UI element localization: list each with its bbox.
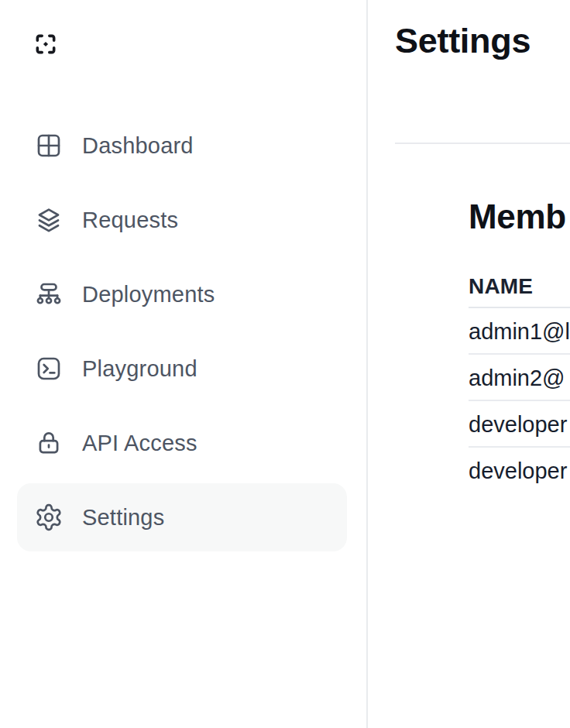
sidebar-item-label: Playground bbox=[82, 356, 197, 382]
header-divider bbox=[395, 143, 570, 144]
sidebar-item-label: API Access bbox=[82, 431, 197, 456]
sidebar-item-label: Dashboard bbox=[82, 133, 194, 159]
sidebar-item-deployments[interactable]: Deployments bbox=[17, 260, 347, 328]
table-row: admin1@l bbox=[469, 308, 570, 355]
sidebar: Dashboard Requests bbox=[0, 0, 368, 728]
sidebar-item-dashboard[interactable]: Dashboard bbox=[17, 112, 347, 180]
sidebar-item-playground[interactable]: Playground bbox=[17, 335, 347, 403]
app-logo[interactable] bbox=[33, 32, 58, 57]
sidebar-nav: Dashboard Requests bbox=[17, 112, 347, 551]
dashboard-grid-icon bbox=[34, 131, 64, 160]
sidebar-item-settings[interactable]: Settings bbox=[17, 483, 347, 551]
sidebar-item-label: Requests bbox=[82, 208, 178, 233]
sidebar-item-requests[interactable]: Requests bbox=[17, 186, 347, 254]
sidebar-item-api-access[interactable]: API Access bbox=[17, 409, 347, 477]
main-content: Settings Memb NAME admin1@l admin2@ deve… bbox=[369, 0, 570, 728]
members-heading: Memb bbox=[469, 200, 566, 234]
table-row: developer bbox=[469, 401, 570, 448]
sidebar-item-label: Settings bbox=[82, 505, 164, 531]
members-table: NAME admin1@l admin2@ developer develope… bbox=[469, 274, 570, 494]
lock-icon bbox=[34, 428, 64, 458]
tree-structure-icon bbox=[34, 280, 64, 309]
gear-icon bbox=[34, 503, 64, 532]
table-column-header-name: NAME bbox=[469, 274, 570, 308]
page-title: Settings bbox=[395, 23, 531, 58]
sidebar-item-label: Deployments bbox=[82, 282, 215, 307]
scan-logo-icon bbox=[33, 32, 58, 57]
layers-stack-icon bbox=[34, 205, 64, 235]
terminal-icon bbox=[34, 354, 64, 383]
table-row: admin2@ bbox=[469, 355, 570, 401]
table-row: developer bbox=[469, 448, 570, 494]
